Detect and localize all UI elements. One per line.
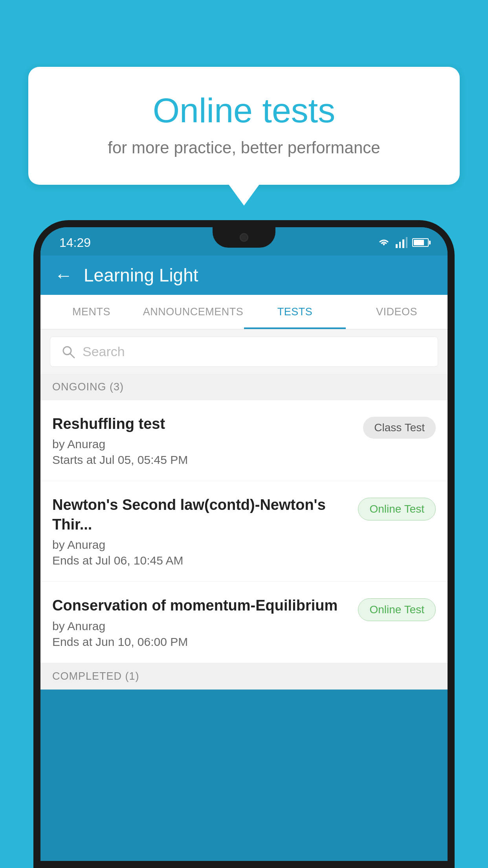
tab-ments[interactable]: MENTS — [40, 295, 142, 329]
tab-videos[interactable]: VIDEOS — [346, 295, 448, 329]
phone-notch — [213, 227, 275, 248]
test-badge-online: Online Test — [358, 598, 436, 621]
bubble-title: Online tests — [60, 90, 428, 131]
phone-outer: 14:29 — [33, 220, 455, 868]
test-info: Reshuffling test by Anurag Starts at Jul… — [52, 414, 363, 467]
test-time: Ends at Jul 06, 10:45 AM — [52, 554, 350, 567]
search-icon — [61, 345, 75, 359]
test-item[interactable]: Conservation of momentum-Equilibrium by … — [40, 582, 448, 663]
test-info: Conservation of momentum-Equilibrium by … — [52, 596, 358, 648]
test-badge-class: Class Test — [363, 417, 436, 439]
test-item[interactable]: Reshuffling test by Anurag Starts at Jul… — [40, 400, 448, 481]
tab-announcements[interactable]: ANNOUNCEMENTS — [142, 295, 244, 329]
signal-icon — [396, 237, 407, 248]
ongoing-label: ONGOING (3) — [52, 381, 124, 393]
speech-bubble: Online tests for more practice, better p… — [28, 67, 460, 185]
wifi-icon — [377, 237, 391, 248]
test-author: by Anurag — [52, 538, 350, 552]
test-name: Conservation of momentum-Equilibrium — [52, 596, 350, 615]
test-name: Reshuffling test — [52, 414, 355, 434]
test-list: Reshuffling test by Anurag Starts at Jul… — [40, 400, 448, 663]
completed-section-header: COMPLETED (1) — [40, 663, 448, 690]
battery-fill — [414, 240, 424, 245]
status-time: 14:29 — [59, 235, 91, 250]
search-box[interactable]: Search — [50, 337, 438, 367]
speech-bubble-container: Online tests for more practice, better p… — [28, 67, 460, 206]
bubble-subtitle: for more practice, better performance — [60, 138, 428, 157]
test-author: by Anurag — [52, 438, 355, 451]
battery-icon — [412, 238, 429, 247]
tab-bar: MENTS ANNOUNCEMENTS TESTS VIDEOS — [40, 295, 448, 329]
test-author: by Anurag — [52, 620, 350, 633]
search-placeholder: Search — [83, 344, 125, 359]
test-time: Ends at Jun 10, 06:00 PM — [52, 635, 350, 649]
tab-tests[interactable]: TESTS — [244, 295, 346, 329]
completed-label: COMPLETED (1) — [52, 670, 139, 682]
status-icons — [377, 237, 429, 248]
app-header: ← Learning Light — [40, 256, 448, 295]
test-item[interactable]: Newton's Second law(contd)-Newton's Thir… — [40, 481, 448, 582]
app-title: Learning Light — [84, 265, 198, 286]
back-button[interactable]: ← — [55, 265, 73, 286]
search-container: Search — [40, 329, 448, 374]
bubble-arrow — [228, 184, 260, 206]
ongoing-section-header: ONGOING (3) — [40, 374, 448, 400]
phone-mockup: 14:29 — [33, 220, 455, 868]
svg-line-1 — [70, 354, 74, 358]
test-info: Newton's Second law(contd)-Newton's Thir… — [52, 495, 358, 567]
status-bar: 14:29 — [40, 227, 448, 256]
camera — [240, 233, 248, 242]
phone-screen: 14:29 — [40, 227, 448, 861]
test-time: Starts at Jul 05, 05:45 PM — [52, 453, 355, 467]
test-name: Newton's Second law(contd)-Newton's Thir… — [52, 495, 350, 534]
test-badge-online: Online Test — [358, 498, 436, 520]
